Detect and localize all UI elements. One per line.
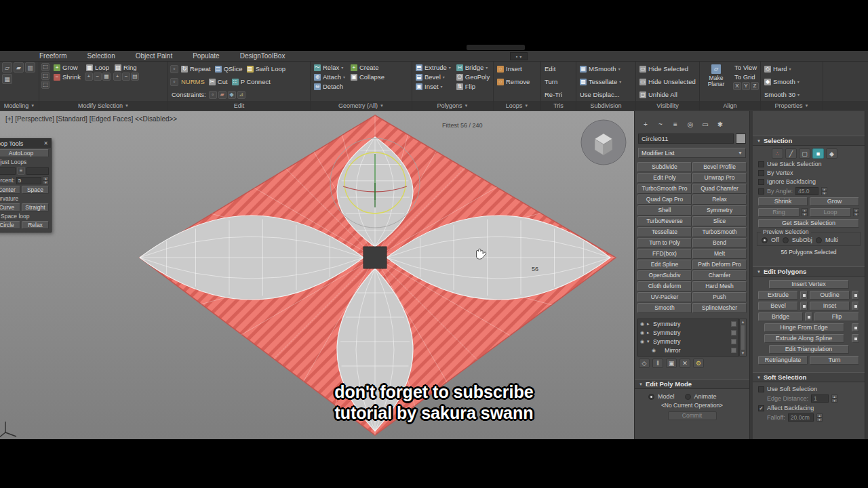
modifier-stack-row[interactable]: ◉ Mirror: [638, 346, 738, 354]
modifier-toggle-icon[interactable]: [731, 348, 736, 353]
loop-button[interactable]: ▦Loop: [85, 63, 111, 72]
insert-vertex-button[interactable]: Insert Vertex: [769, 280, 849, 289]
preview-subobj-radio[interactable]: [783, 237, 789, 243]
loop-shift-icon[interactable]: ▦: [102, 73, 111, 81]
edge-distance-field[interactable]: 1: [811, 394, 829, 403]
modifier-preset-button[interactable]: TurboSmooth Pro: [637, 184, 692, 194]
model-radio[interactable]: [648, 394, 654, 400]
commit-button[interactable]: Commit: [668, 411, 717, 420]
curve-button[interactable]: Curve: [0, 203, 20, 211]
extrude-spline-settings-icon[interactable]: [852, 334, 859, 343]
hinge-settings-icon[interactable]: [852, 323, 859, 332]
smooth-30-button[interactable]: Smooth 30▾: [763, 90, 801, 99]
smooth-edges-button[interactable]: ◆Smooth▾: [763, 77, 801, 86]
inset-settings-icon[interactable]: [852, 302, 859, 310]
loop-value-field[interactable]: [0, 167, 16, 175]
hinge-from-edge-button[interactable]: Hinge From Edge: [764, 323, 844, 332]
constraint-normal-icon[interactable]: ⊿: [237, 91, 245, 99]
loop-selection-button[interactable]: Loop: [810, 208, 851, 217]
modifier-preset-button[interactable]: OpenSubdiv: [637, 270, 692, 281]
hard-edges-button[interactable]: ◇Hard▾: [763, 64, 793, 73]
flip-button[interactable]: ⇅Flip: [455, 82, 491, 91]
percent-spinner[interactable]: ▲▼: [43, 176, 49, 184]
ribbon-tab[interactable]: Populate: [193, 52, 219, 60]
object-color-swatch[interactable]: [736, 134, 746, 144]
by-angle-checkbox[interactable]: [758, 188, 764, 195]
modifier-preset-button[interactable]: TurboSmooth: [692, 227, 747, 237]
align-z-button[interactable]: Z: [751, 82, 759, 90]
expand-arrow-icon[interactable]: ▸: [647, 321, 652, 327]
p-connect-button[interactable]: ∷P Connect: [231, 77, 272, 86]
bridge-poly-button[interactable]: Bridge: [758, 312, 803, 321]
border-mode-icon[interactable]: ▢: [799, 148, 810, 159]
element-mode-icon[interactable]: ◆: [826, 148, 837, 159]
shrink-selection-button[interactable]: Shrink: [758, 197, 808, 206]
section-label-visibility[interactable]: Visibility: [636, 101, 699, 110]
modifier-visibility-icon[interactable]: ◉: [640, 339, 646, 344]
geopoly-button[interactable]: ⬠GeoPoly: [455, 73, 491, 81]
modify-tab-icon[interactable]: ~: [655, 119, 666, 129]
modifier-list-dropdown[interactable]: Modifier List ▼: [638, 148, 746, 158]
section-label-edit[interactable]: Edit: [168, 101, 310, 110]
inset-button[interactable]: ▣Inset▾: [414, 82, 452, 91]
edge-distance-spinner[interactable]: ▲▼: [831, 394, 837, 403]
modifier-preset-button[interactable]: Turn to Poly: [637, 238, 692, 248]
make-planar-button[interactable]: ▱Make Planar: [702, 63, 730, 89]
space-button[interactable]: Space: [22, 186, 49, 194]
autoloop-button[interactable]: AutoLoop: [0, 149, 49, 157]
modifier-stack-row[interactable]: ◉ ▾ Symmetry: [638, 337, 738, 346]
ribbon-tab[interactable]: Object Paint: [136, 52, 172, 60]
detach-button[interactable]: ⊖Detach: [313, 82, 347, 91]
msmooth-button[interactable]: ▦MSmooth▾: [578, 64, 622, 73]
ribbon-tab[interactable]: Selection: [87, 52, 115, 60]
close-icon[interactable]: ✕: [43, 140, 48, 146]
select-tool-icon[interactable]: ⬚: [41, 63, 50, 71]
section-label-align[interactable]: Align: [700, 101, 760, 110]
remove-modifier-icon[interactable]: ✕: [679, 359, 690, 368]
grow-button[interactable]: +Grow: [52, 63, 82, 72]
modifier-preset-button[interactable]: Bevel Profile: [692, 162, 747, 172]
modifier-preset-button[interactable]: Quad Cap Pro: [637, 195, 692, 205]
loop-value-field[interactable]: [26, 167, 49, 175]
edge-mode-icon[interactable]: ╱: [785, 148, 797, 159]
constraint-face-icon[interactable]: ◆: [228, 91, 236, 99]
configure-modifier-sets-icon[interactable]: ⚙: [693, 359, 704, 368]
soft-selection-rollout-header[interactable]: ▼ Soft Selection: [753, 372, 865, 382]
modifier-stack-row[interactable]: ◉ ▸ Symmetry: [638, 319, 738, 328]
modifier-visibility-icon[interactable]: ◉: [640, 330, 646, 336]
use-displacement-button[interactable]: Use Displac...: [578, 90, 621, 99]
to-grid-button[interactable]: To Grid: [733, 73, 759, 81]
insert-loop-button[interactable]: ◌Insert: [496, 64, 524, 73]
by-angle-spinner[interactable]: ▲▼: [821, 187, 827, 195]
modifier-visibility-icon[interactable]: ◉: [640, 321, 646, 327]
cut-button[interactable]: ✂Cut: [208, 77, 229, 86]
polygon-mode-icon[interactable]: ■: [812, 148, 824, 159]
right-edge-scrollbar[interactable]: [865, 111, 868, 439]
qslice-button[interactable]: ◫QSlice: [214, 64, 244, 73]
modifier-preset-button[interactable]: SplineMesher: [692, 303, 747, 313]
outline-button[interactable]: Outline: [810, 291, 850, 300]
hierarchy-tab-icon[interactable]: ≡: [670, 119, 681, 129]
modifier-stack-row[interactable]: ◉ ▸ Symmetry: [638, 328, 738, 337]
modifier-preset-button[interactable]: Relax: [692, 195, 747, 205]
modifier-preset-button[interactable]: Quad Chamfer: [692, 184, 747, 194]
section-label-geometry[interactable]: Geometry (All)▼: [311, 101, 412, 110]
inset-poly-button[interactable]: Inset: [810, 302, 850, 310]
modifier-toggle-icon[interactable]: [731, 321, 736, 327]
collapse-button[interactable]: ▣Collapse: [349, 73, 386, 81]
expand-arrow-icon[interactable]: ▸: [647, 330, 652, 336]
modeling-tool-icon[interactable]: ▥: [25, 62, 35, 73]
vertex-mode-icon[interactable]: ∴: [772, 148, 783, 159]
flip-poly-button[interactable]: Flip: [814, 312, 859, 321]
preview-multi-radio[interactable]: [816, 237, 822, 243]
modifier-preset-button[interactable]: Edit Poly: [637, 173, 692, 183]
re-tri-button[interactable]: Re-Tri: [543, 90, 564, 99]
section-label-properties[interactable]: Properties▼: [761, 101, 823, 110]
modeling-tool-icon[interactable]: ▰: [14, 62, 24, 73]
turn-edge-button[interactable]: Turn: [810, 356, 859, 365]
align-y-button[interactable]: Y: [742, 82, 750, 90]
hide-selected-button[interactable]: ▭Hide Selected: [638, 64, 690, 73]
by-angle-field[interactable]: 45.0: [795, 187, 818, 195]
extrude-along-spline-button[interactable]: Extrude Along Spline: [764, 334, 844, 343]
edit-polygons-rollout-header[interactable]: ▼ Edit Polygons: [753, 266, 865, 277]
